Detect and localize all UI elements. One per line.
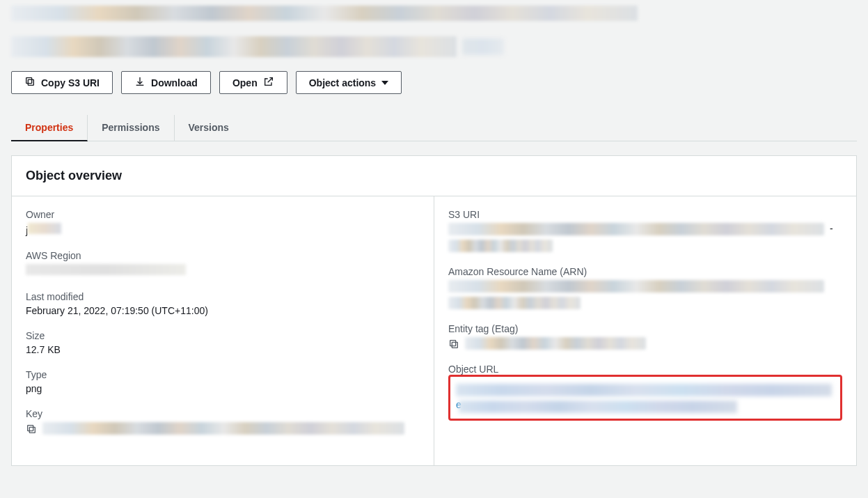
download-icon [134,76,145,89]
breadcrumb [11,0,857,21]
tab-properties-label: Properties [25,122,73,133]
label-owner: Owner [26,209,420,220]
field-last-modified: Last modified February 21, 2022, 07:19:5… [26,291,420,316]
label-type: Type [26,369,420,380]
overview-right-column: S3 URI - Amazon Resource Name (ARN) [434,196,856,465]
action-toolbar: Copy S3 URI Download Open Object actions [11,71,857,94]
value-s3-uri-redacted [448,223,824,235]
panel-body: Owner j AWS Region Last modified Februar… [12,196,856,465]
object-info-redacted [462,38,504,55]
tab-versions[interactable]: Versions [175,115,243,141]
label-key: Key [26,408,420,419]
object-actions-label: Object actions [309,77,376,88]
download-label: Download [151,77,198,88]
label-size: Size [26,330,420,341]
value-arn-redacted [448,280,824,293]
field-arn: Amazon Resource Name (ARN) [448,266,842,309]
svg-rect-5 [450,341,456,346]
chevron-down-icon [381,81,388,85]
svg-rect-0 [28,79,33,85]
value-object-url-redacted-2[interactable] [459,400,737,413]
field-object-url: Object URL e [448,364,842,421]
external-link-icon [263,76,274,89]
copy-icon[interactable] [26,423,37,435]
label-object-url: Object URL [448,364,842,375]
svg-rect-4 [452,342,457,348]
panel-title: Object overview [26,169,842,183]
field-etag: Entity tag (Etag) [448,323,842,350]
copy-icon [24,76,35,89]
field-size: Size 12.7 KB [26,330,420,355]
open-label: Open [232,77,258,88]
field-owner: Owner j [26,209,420,236]
field-aws-region: AWS Region [26,250,420,277]
svg-rect-2 [29,427,35,433]
label-last-modified: Last modified [26,291,420,302]
copy-s3-uri-button[interactable]: Copy S3 URI [11,71,113,94]
value-owner-redacted-blur [28,223,61,234]
download-button[interactable]: Download [121,71,211,94]
tab-versions-label: Versions [189,122,229,133]
object-overview-panel: Object overview Owner j AWS Region Last … [11,155,857,466]
value-key-redacted [42,422,404,435]
field-type: Type png [26,369,420,394]
value-type: png [26,383,420,394]
tab-permissions[interactable]: Permissions [88,115,174,141]
value-arn-redacted-2 [448,297,581,309]
breadcrumb-redacted [11,6,638,21]
value-aws-region-redacted [26,264,186,275]
tab-permissions-label: Permissions [102,122,159,133]
svg-rect-1 [26,78,32,84]
object-name-redacted [11,36,457,57]
value-object-url-redacted[interactable] [456,384,832,396]
label-arn: Amazon Resource Name (ARN) [448,266,842,277]
value-etag-redacted [465,337,646,350]
field-s3-uri: S3 URI - [448,209,842,252]
page-title-row [11,36,857,57]
value-s3-uri-trail: - [830,223,833,234]
object-actions-button[interactable]: Object actions [296,71,402,94]
panel-header: Object overview [12,156,856,196]
open-button[interactable]: Open [219,71,287,94]
copy-icon[interactable] [448,339,459,350]
value-s3-uri-redacted-2 [448,240,553,252]
field-key: Key [26,408,420,435]
copy-s3-uri-label: Copy S3 URI [41,77,100,88]
label-s3-uri: S3 URI [448,209,842,220]
tab-properties[interactable]: Properties [11,115,88,141]
svg-rect-3 [28,426,33,431]
overview-left-column: Owner j AWS Region Last modified Februar… [12,196,434,465]
value-last-modified: February 21, 2022, 07:19:50 (UTC+11:00) [26,305,420,316]
label-aws-region: AWS Region [26,250,420,261]
label-etag: Entity tag (Etag) [448,323,842,334]
object-url-highlight-box: e [448,375,842,421]
value-size: 12.7 KB [26,344,420,355]
tabs: Properties Permissions Versions [11,115,857,141]
